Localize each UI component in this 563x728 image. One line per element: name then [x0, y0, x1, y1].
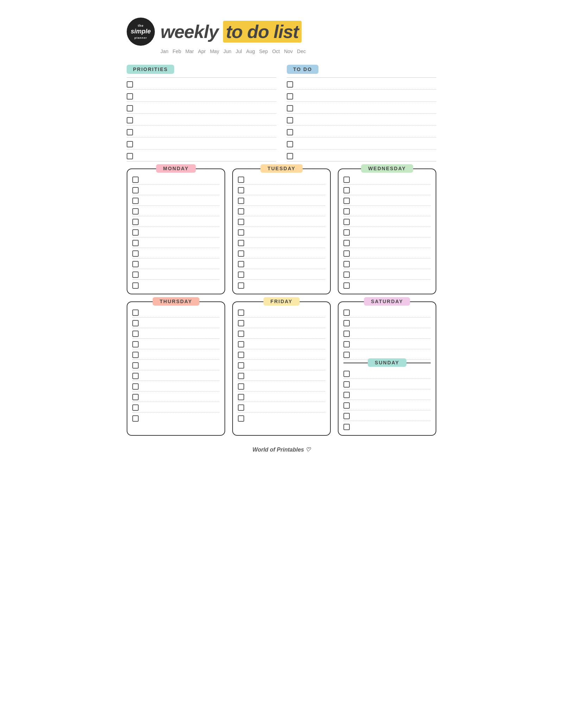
checkbox[interactable] — [127, 153, 133, 159]
day-check-item[interactable] — [238, 360, 325, 370]
check-item[interactable] — [127, 102, 276, 114]
day-check-item[interactable] — [343, 339, 431, 349]
checkbox[interactable] — [343, 392, 350, 398]
checkbox[interactable] — [238, 383, 244, 390]
checkbox[interactable] — [287, 93, 293, 100]
checkbox[interactable] — [343, 219, 350, 225]
day-check-item[interactable] — [132, 227, 220, 237]
checkbox[interactable] — [343, 240, 350, 246]
checkbox[interactable] — [238, 272, 244, 278]
check-item[interactable] — [287, 138, 436, 149]
checkbox[interactable] — [343, 413, 350, 419]
day-check-item[interactable] — [238, 391, 325, 402]
day-check-item[interactable] — [343, 269, 431, 280]
checkbox[interactable] — [127, 141, 133, 147]
checkbox[interactable] — [238, 208, 244, 215]
checkbox[interactable] — [287, 105, 293, 111]
checkbox[interactable] — [343, 261, 350, 267]
checkbox[interactable] — [132, 404, 139, 411]
checkbox[interactable] — [287, 141, 293, 147]
checkbox[interactable] — [238, 341, 244, 347]
checkbox[interactable] — [343, 331, 350, 337]
checkbox[interactable] — [343, 341, 350, 347]
day-check-item[interactable] — [238, 269, 325, 280]
checkbox[interactable] — [238, 177, 244, 183]
checkbox[interactable] — [343, 272, 350, 278]
day-check-item[interactable] — [238, 413, 325, 423]
day-check-item[interactable] — [343, 258, 431, 269]
day-check-item[interactable] — [343, 280, 431, 290]
checkbox[interactable] — [132, 272, 139, 278]
day-check-item[interactable] — [238, 195, 325, 206]
checkbox[interactable] — [238, 362, 244, 369]
checkbox[interactable] — [343, 177, 350, 183]
checkbox[interactable] — [238, 250, 244, 257]
day-check-item[interactable] — [238, 339, 325, 349]
day-check-item[interactable] — [343, 307, 431, 318]
checkbox[interactable] — [238, 352, 244, 358]
check-item[interactable] — [287, 126, 436, 138]
day-check-item[interactable] — [238, 381, 325, 391]
day-check-item[interactable] — [343, 206, 431, 216]
checkbox[interactable] — [238, 240, 244, 246]
checkbox[interactable] — [127, 105, 133, 111]
day-check-item[interactable] — [343, 248, 431, 258]
day-check-item[interactable] — [238, 370, 325, 381]
day-check-item[interactable] — [343, 379, 431, 389]
checkbox[interactable] — [287, 129, 293, 135]
day-check-item[interactable] — [238, 227, 325, 237]
day-check-item[interactable] — [132, 280, 220, 290]
checkbox[interactable] — [343, 371, 350, 377]
checkbox[interactable] — [132, 394, 139, 400]
checkbox[interactable] — [132, 352, 139, 358]
day-check-item[interactable] — [343, 328, 431, 339]
checkbox[interactable] — [238, 309, 244, 316]
checkbox[interactable] — [287, 153, 293, 159]
day-check-item[interactable] — [132, 237, 220, 248]
checkbox[interactable] — [343, 424, 350, 430]
day-check-item[interactable] — [132, 391, 220, 402]
checkbox[interactable] — [132, 383, 139, 390]
day-check-item[interactable] — [132, 307, 220, 318]
day-check-item[interactable] — [238, 318, 325, 328]
day-check-item[interactable] — [132, 413, 220, 423]
checkbox[interactable] — [132, 240, 139, 246]
day-check-item[interactable] — [343, 195, 431, 206]
day-check-item[interactable] — [132, 328, 220, 339]
checkbox[interactable] — [127, 129, 133, 135]
check-item[interactable] — [127, 149, 276, 161]
checkbox[interactable] — [132, 282, 139, 289]
day-check-item[interactable] — [132, 269, 220, 280]
checkbox[interactable] — [343, 229, 350, 236]
checkbox[interactable] — [343, 198, 350, 204]
day-check-item[interactable] — [343, 237, 431, 248]
checkbox[interactable] — [127, 81, 133, 88]
checkbox[interactable] — [287, 81, 293, 88]
checkbox[interactable] — [238, 320, 244, 326]
checkbox[interactable] — [238, 219, 244, 225]
checkbox[interactable] — [132, 261, 139, 267]
checkbox[interactable] — [132, 177, 139, 183]
check-item[interactable] — [127, 78, 276, 90]
day-check-item[interactable] — [238, 185, 325, 195]
checkbox[interactable] — [238, 282, 244, 289]
day-check-item[interactable] — [132, 248, 220, 258]
checkbox[interactable] — [127, 117, 133, 123]
checkbox[interactable] — [238, 261, 244, 267]
checkbox[interactable] — [343, 250, 350, 257]
checkbox[interactable] — [287, 117, 293, 123]
check-item[interactable] — [127, 90, 276, 102]
day-check-item[interactable] — [238, 307, 325, 318]
day-check-item[interactable] — [238, 328, 325, 339]
checkbox[interactable] — [132, 229, 139, 236]
checkbox[interactable] — [132, 219, 139, 225]
checkbox[interactable] — [343, 402, 350, 409]
checkbox[interactable] — [132, 373, 139, 379]
checkbox[interactable] — [132, 208, 139, 215]
day-check-item[interactable] — [238, 402, 325, 413]
day-check-item[interactable] — [238, 216, 325, 227]
day-check-item[interactable] — [132, 185, 220, 195]
day-check-item[interactable] — [132, 174, 220, 185]
check-item[interactable] — [127, 114, 276, 126]
check-item[interactable] — [287, 90, 436, 102]
